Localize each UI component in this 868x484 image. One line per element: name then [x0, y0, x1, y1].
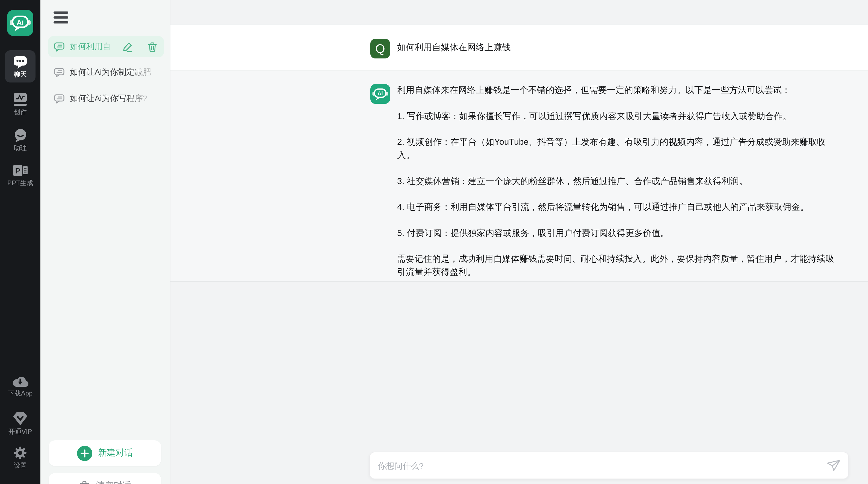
- clear-trash-icon: [79, 480, 90, 484]
- clear-chat-label: 清空对话: [96, 480, 131, 484]
- answer-text: 利用自媒体来在网络上赚钱是一个不错的选择，但需要一定的策略和努力。以下是一些方法…: [397, 84, 840, 279]
- conversation-item[interactable]: 如何让Ai为你制定减肥: [48, 62, 164, 83]
- answer-paragraph: 2. 视频创作：在平台（如YouTube、抖音等）上发布有趣、有吸引力的视频内容…: [397, 135, 840, 162]
- ppt-document-icon: P: [12, 163, 28, 178]
- answer-paragraph: 利用自媒体来在网络上赚钱是一个不错的选择，但需要一定的策略和努力。以下是一些方法…: [397, 84, 840, 97]
- rail-item-download-app[interactable]: 下载App: [0, 375, 40, 397]
- rail-item-label: 创作: [14, 108, 27, 116]
- rail-item-label: 聊天: [14, 70, 27, 78]
- rail-item-settings[interactable]: 设置: [0, 446, 40, 469]
- ai-robot-avatar-icon: Ai: [370, 84, 390, 104]
- cloud-download-icon: [12, 375, 28, 388]
- conversation-bubble-icon: [54, 42, 64, 52]
- conversation-bubble-icon: [54, 94, 64, 103]
- new-chat-button[interactable]: 新建对话: [49, 440, 161, 466]
- creation-icon: [13, 92, 27, 107]
- svg-text:P: P: [15, 167, 21, 175]
- chat-main: Q 如何利用自媒体在网络上赚钱 Ai 利用自媒体来在网络上赚钱是一个不错的选择，…: [170, 0, 868, 484]
- chat-bubble-icon: [13, 55, 27, 69]
- ai-robot-logo-icon: Ai: [7, 10, 33, 36]
- conversation-title: 如何让Ai为你制定减肥: [70, 67, 151, 78]
- conversation-item[interactable]: 如何让Ai为你写程序?: [48, 88, 164, 109]
- rail-item-label: PPT生成: [7, 179, 33, 187]
- svg-text:Ai: Ai: [377, 90, 383, 96]
- plus-circle-icon: [77, 446, 92, 461]
- conversation-title: 如何让Ai为你写程序?: [70, 93, 147, 104]
- gear-icon: [13, 446, 27, 460]
- rail-item-label: 设置: [14, 462, 27, 469]
- left-rail: Ai 聊天 创作: [0, 0, 40, 484]
- rail-item-assistant[interactable]: 助理: [0, 128, 40, 152]
- edit-pencil-icon[interactable]: [122, 41, 133, 52]
- answer-paragraph: 1. 写作或博客：如果你擅长写作，可以通过撰写优质内容来吸引大量读者并获得广告收…: [397, 110, 840, 123]
- answer-row: Ai 利用自媒体来在网络上赚钱是一个不错的选择，但需要一定的策略和努力。以下是一…: [170, 71, 868, 282]
- vip-diamond-icon: [12, 411, 28, 426]
- clear-chat-button[interactable]: 清空对话: [49, 473, 161, 484]
- rail-item-creation[interactable]: 创作: [0, 92, 40, 116]
- top-bar: [170, 0, 868, 25]
- assistant-smile-icon: [13, 128, 27, 143]
- conversation-bubble-icon: [54, 67, 64, 77]
- app-logo: Ai: [7, 10, 33, 36]
- rail-item-ppt[interactable]: P PPT生成: [0, 163, 40, 187]
- new-chat-label: 新建对话: [98, 447, 133, 459]
- menu-icon[interactable]: [54, 11, 68, 24]
- rail-item-label: 开通VIP: [8, 428, 32, 435]
- chat-input[interactable]: [370, 452, 848, 479]
- answer-paragraph: 4. 电子商务：利用自媒体平台引流，然后将流量转化为销售，可以通过推广自己或他人…: [397, 201, 840, 214]
- question-row: Q 如何利用自媒体在网络上赚钱: [170, 25, 868, 71]
- ai-avatar: Ai: [370, 84, 390, 104]
- send-icon[interactable]: [826, 458, 841, 473]
- rail-item-label: 助理: [14, 144, 27, 152]
- svg-text:Ai: Ai: [17, 18, 24, 27]
- delete-trash-icon[interactable]: [147, 41, 158, 52]
- answer-paragraph: 5. 付费订阅：提供独家内容或服务，吸引用户付费订阅获得更多价值。: [397, 226, 840, 240]
- question-text: 如何利用自媒体在网络上赚钱: [397, 25, 511, 70]
- app-window: Ai 聊天 创作: [0, 0, 868, 484]
- conversation-item-active[interactable]: 如何利用自: [48, 36, 164, 57]
- rail-item-label: 下载App: [8, 390, 33, 397]
- answer-paragraph: 3. 社交媒体营销：建立一个庞大的粉丝群体，然后通过推广、合作或产品销售来获得利…: [397, 175, 840, 188]
- rail-item-chat[interactable]: 聊天: [5, 50, 35, 83]
- answer-paragraph: 需要记住的是，成功利用自媒体赚钱需要时间、耐心和持续投入。此外，要保持内容质量，…: [397, 252, 840, 279]
- rail-item-vip[interactable]: 开通VIP: [0, 411, 40, 435]
- question-avatar: Q: [370, 39, 390, 58]
- composer: [369, 452, 849, 479]
- conversation-sidebar: 如何利用自 如何让Ai为你制定减肥: [40, 0, 170, 484]
- conversation-title: 如何利用自: [70, 41, 111, 52]
